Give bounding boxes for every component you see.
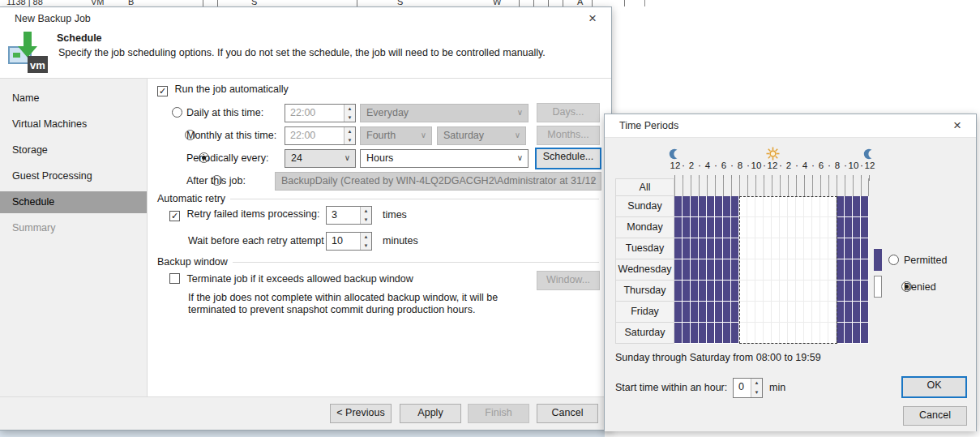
sidebar-item-guest-processing[interactable]: Guest Processing bbox=[0, 163, 147, 189]
hour-cell[interactable] bbox=[764, 196, 772, 217]
permitted-radio[interactable] bbox=[888, 255, 899, 265]
hour-cell[interactable] bbox=[723, 217, 731, 238]
day-label[interactable]: Thursday bbox=[615, 281, 674, 302]
spin-up-icon[interactable]: ▲ bbox=[361, 207, 371, 216]
day-label[interactable]: All bbox=[615, 178, 674, 196]
hour-cell[interactable] bbox=[755, 196, 764, 217]
hour-cell[interactable] bbox=[739, 259, 747, 281]
hour-cell[interactable] bbox=[699, 178, 707, 196]
hour-cell[interactable] bbox=[715, 281, 723, 302]
hour-cell[interactable] bbox=[845, 281, 853, 302]
cancel-button[interactable]: Cancel bbox=[537, 404, 598, 423]
hour-cell[interactable] bbox=[747, 178, 755, 196]
hour-cell[interactable] bbox=[812, 281, 820, 302]
hour-cell[interactable] bbox=[837, 259, 845, 281]
hour-cell[interactable] bbox=[853, 238, 861, 259]
hour-cell[interactable] bbox=[796, 323, 804, 344]
spin-up-icon[interactable]: ▲ bbox=[344, 105, 355, 114]
hour-cell[interactable] bbox=[691, 281, 699, 302]
hour-cell[interactable] bbox=[674, 217, 683, 238]
hour-cell[interactable] bbox=[804, 238, 812, 259]
hour-cell[interactable] bbox=[853, 302, 861, 323]
hour-cell[interactable] bbox=[674, 323, 683, 344]
hour-cell[interactable] bbox=[731, 238, 739, 259]
sidebar-item-name[interactable]: Name bbox=[0, 85, 147, 111]
hour-cell[interactable] bbox=[699, 259, 707, 281]
hour-cell[interactable] bbox=[739, 302, 747, 323]
hour-cell[interactable] bbox=[845, 178, 853, 196]
hour-cell[interactable] bbox=[699, 196, 707, 217]
hour-cell[interactable] bbox=[812, 302, 820, 323]
spin-down-icon[interactable]: ▼ bbox=[344, 114, 355, 122]
hour-cell[interactable] bbox=[739, 217, 747, 238]
hour-cell[interactable] bbox=[674, 281, 683, 302]
hour-cell[interactable] bbox=[796, 302, 804, 323]
hour-cell[interactable] bbox=[707, 238, 715, 259]
hour-cell[interactable] bbox=[707, 323, 715, 344]
hour-cell[interactable] bbox=[683, 323, 691, 344]
hour-cell[interactable] bbox=[837, 238, 845, 259]
time-periods-close-icon[interactable]: × bbox=[948, 117, 966, 135]
hour-cell[interactable] bbox=[755, 238, 764, 259]
hour-cell[interactable] bbox=[853, 178, 861, 196]
hour-cell[interactable] bbox=[828, 178, 837, 196]
spin-down-icon[interactable]: ▼ bbox=[344, 136, 355, 145]
hour-cell[interactable] bbox=[788, 281, 796, 302]
hour-cell[interactable] bbox=[788, 217, 796, 238]
hour-cell[interactable] bbox=[723, 196, 731, 217]
apply-button[interactable]: Apply bbox=[400, 404, 461, 423]
hour-cell[interactable] bbox=[723, 323, 731, 344]
hour-cell[interactable] bbox=[683, 281, 691, 302]
monthly-time-spinner[interactable]: 22:00 ▲▼ bbox=[285, 126, 356, 145]
hour-cell[interactable] bbox=[715, 196, 723, 217]
hour-cell[interactable] bbox=[828, 196, 837, 217]
hour-cell[interactable] bbox=[796, 259, 804, 281]
hour-cell[interactable] bbox=[731, 259, 739, 281]
hour-cell[interactable] bbox=[683, 259, 691, 281]
hour-cell[interactable] bbox=[772, 217, 780, 238]
hour-cell[interactable] bbox=[788, 196, 796, 217]
hour-cell[interactable] bbox=[739, 323, 747, 344]
sidebar-item-storage[interactable]: Storage bbox=[0, 137, 147, 163]
hour-cell[interactable] bbox=[683, 217, 691, 238]
hour-cell[interactable] bbox=[772, 196, 780, 217]
hour-cell[interactable] bbox=[715, 259, 723, 281]
hour-cell[interactable] bbox=[699, 323, 707, 344]
hour-cell[interactable] bbox=[812, 217, 820, 238]
hour-cell[interactable] bbox=[788, 178, 796, 196]
hour-cell[interactable] bbox=[837, 302, 845, 323]
hour-cell[interactable] bbox=[715, 323, 723, 344]
ok-button[interactable]: OK bbox=[901, 376, 967, 398]
hour-cell[interactable] bbox=[691, 238, 699, 259]
hour-cell[interactable] bbox=[707, 281, 715, 302]
hour-cell[interactable] bbox=[796, 178, 804, 196]
hour-cell[interactable] bbox=[772, 323, 780, 344]
hour-cell[interactable] bbox=[747, 323, 755, 344]
hour-cell[interactable] bbox=[739, 281, 747, 302]
hour-cell[interactable] bbox=[674, 259, 683, 281]
hour-cell[interactable] bbox=[837, 281, 845, 302]
hour-cell[interactable] bbox=[861, 217, 869, 238]
hour-cell[interactable] bbox=[820, 238, 828, 259]
hour-cell[interactable] bbox=[764, 238, 772, 259]
hour-cell[interactable] bbox=[804, 302, 812, 323]
hour-cell[interactable] bbox=[861, 196, 869, 217]
hour-cell[interactable] bbox=[691, 302, 699, 323]
hour-cell[interactable] bbox=[837, 323, 845, 344]
hour-cell[interactable] bbox=[845, 238, 853, 259]
hour-cell[interactable] bbox=[796, 238, 804, 259]
hour-cell[interactable] bbox=[699, 281, 707, 302]
hour-cell[interactable] bbox=[723, 238, 731, 259]
spin-up-icon[interactable]: ▲ bbox=[344, 127, 355, 136]
hour-cell[interactable] bbox=[796, 196, 804, 217]
spin-down-icon[interactable]: ▼ bbox=[751, 388, 762, 398]
schedule-button[interactable]: Schedule... bbox=[535, 148, 601, 169]
hour-cell[interactable] bbox=[845, 217, 853, 238]
hour-cell[interactable] bbox=[699, 302, 707, 323]
sidebar-item-virtual-machines[interactable]: Virtual Machines bbox=[0, 111, 147, 137]
hour-cell[interactable] bbox=[861, 281, 869, 302]
retry-count-spinner[interactable]: 3 ▲▼ bbox=[326, 206, 372, 225]
hour-cell[interactable] bbox=[674, 196, 683, 217]
hour-cell[interactable] bbox=[715, 302, 723, 323]
hour-cell[interactable] bbox=[828, 259, 837, 281]
